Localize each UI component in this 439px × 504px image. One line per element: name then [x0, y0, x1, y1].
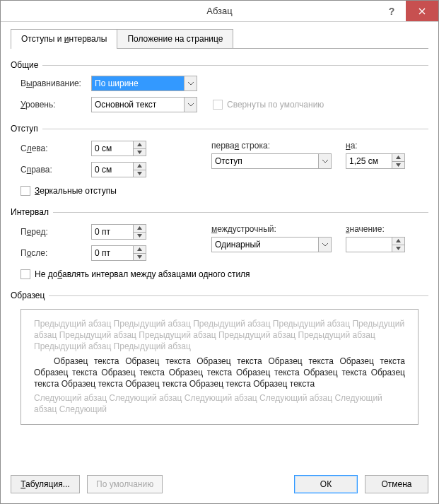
preview-next: Следующий абзац Следующий абзац Следующи…: [34, 392, 405, 415]
spin-down-icon[interactable]: [392, 161, 404, 169]
spacing-after-spinner[interactable]: 0 пт: [91, 245, 146, 261]
level-combo[interactable]: Основной текст: [91, 97, 197, 112]
spin-up-icon[interactable]: [392, 154, 404, 161]
no-add-space-checkbox[interactable]: Не добавлять интервал между абзацами одн…: [21, 269, 250, 279]
spin-up-icon[interactable]: [392, 238, 404, 245]
firstline-by-label: на:: [346, 141, 416, 151]
title-controls: ?: [377, 1, 438, 21]
checkbox-icon: [213, 100, 223, 110]
linespacing-value-label: значение:: [346, 224, 416, 234]
chevron-down-icon[interactable]: [318, 238, 331, 252]
titlebar: Абзац ?: [1, 1, 438, 22]
indent-right-label: Справа:: [21, 165, 91, 175]
indent-right-spinner[interactable]: 0 см: [91, 162, 146, 177]
close-button[interactable]: [406, 1, 438, 21]
chevron-down-icon[interactable]: [184, 98, 197, 112]
preview-box: Предыдущий абзац Предыдущий абзац Предыд…: [21, 309, 418, 425]
spin-down-icon[interactable]: [392, 245, 404, 252]
linespacing-combo[interactable]: Одинарный: [211, 237, 332, 252]
tab-indents[interactable]: Отступы и интервалы: [11, 29, 117, 48]
checkbox-icon: [21, 186, 30, 196]
help-button[interactable]: ?: [377, 1, 406, 21]
firstline-combo[interactable]: Отступ: [211, 153, 332, 169]
collapsed-checkbox: Свернуты по умолчанию: [213, 100, 324, 110]
indent-left-label: Слева:: [21, 143, 91, 153]
mirror-indents-checkbox[interactable]: Зеркальные отступы: [21, 186, 117, 196]
group-spacing: Интервал Перед: 0 пт: [11, 207, 428, 279]
linespacing-value-spinner[interactable]: [346, 237, 405, 252]
alignment-combo[interactable]: По ширине: [91, 76, 197, 91]
spacing-before-label: Перед:: [21, 227, 91, 237]
checkbox-icon: [21, 269, 30, 279]
paragraph-dialog: Абзац ? Отступы и интервалы Положение на…: [0, 0, 439, 504]
window-title: Абзац: [206, 6, 232, 16]
ok-button[interactable]: ОК: [294, 475, 358, 493]
spacing-before-spinner[interactable]: 0 пт: [91, 224, 146, 240]
chevron-down-icon[interactable]: [318, 154, 331, 168]
group-preview: Образец Предыдущий абзац Предыдущий абза…: [11, 291, 428, 464]
spin-up-icon[interactable]: [134, 246, 146, 253]
default-button[interactable]: По умолчанию: [87, 475, 163, 493]
group-general-title: Общие: [11, 60, 42, 70]
tabs-button[interactable]: Табуляция...: [11, 475, 80, 493]
firstline-by-spinner[interactable]: 1,25 см: [346, 153, 405, 169]
group-indent: Отступ Слева: 0 см: [11, 124, 428, 196]
spacing-after-label: После:: [21, 248, 91, 258]
spin-down-icon[interactable]: [134, 148, 146, 156]
cancel-button[interactable]: Отмена: [365, 475, 428, 493]
preview-previous: Предыдущий абзац Предыдущий абзац Предыд…: [34, 318, 405, 353]
level-label: Уровень:: [21, 100, 91, 110]
spin-down-icon[interactable]: [134, 232, 146, 240]
group-spacing-title: Интервал: [11, 207, 53, 217]
indent-left-spinner[interactable]: 0 см: [91, 141, 146, 156]
chevron-down-icon[interactable]: [184, 76, 197, 90]
tab-position[interactable]: Положение на странице: [117, 29, 233, 48]
group-indent-title: Отступ: [11, 124, 42, 134]
preview-sample: Образец текста Образец текста Образец те…: [34, 356, 405, 390]
spin-down-icon[interactable]: [134, 170, 146, 177]
group-preview-title: Образец: [11, 291, 49, 300]
dialog-body: Отступы и интервалы Положение на страниц…: [1, 22, 438, 503]
dialog-footer: Табуляция... По умолчанию ОК Отмена: [11, 475, 428, 493]
spin-up-icon[interactable]: [134, 163, 146, 170]
spin-up-icon[interactable]: [134, 225, 146, 232]
spin-down-icon[interactable]: [134, 253, 146, 261]
firstline-label: первая строка:: [211, 141, 346, 151]
alignment-label: Выравнивание:: [21, 78, 91, 88]
linespacing-label: междустрочный:: [211, 224, 346, 234]
tab-strip: Отступы и интервалы Положение на страниц…: [11, 29, 428, 49]
group-general: Общие Выравнивание: По ширине Уровень: О…: [11, 60, 428, 112]
spin-up-icon[interactable]: [134, 141, 146, 148]
